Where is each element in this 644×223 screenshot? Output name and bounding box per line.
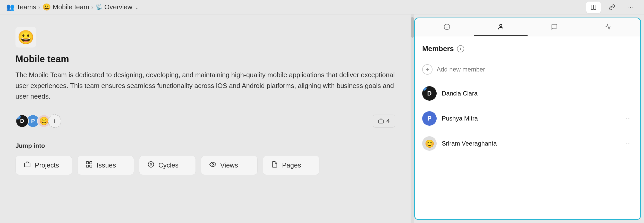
projects-card-label: Projects	[35, 161, 59, 169]
member-row-pushya: P Pushya Mitra ···	[422, 106, 633, 131]
views-card-icon	[209, 161, 216, 170]
activity-tab-icon	[605, 23, 612, 30]
member-name-dancia: Dancia Clara	[442, 90, 633, 97]
teams-icon: 👥	[6, 3, 14, 11]
members-tab-icon	[497, 23, 504, 30]
link-button[interactable]	[605, 2, 619, 13]
member-name-sriram: Sriram Veeraghanta	[442, 140, 618, 147]
jump-card-projects[interactable]: Projects	[15, 156, 72, 175]
member-avatar-sriram: 😊	[422, 136, 437, 151]
team-content: 😀 Mobile team The Mobile Team is dedicat…	[0, 14, 411, 223]
add-member-avatar-button[interactable]: +	[48, 114, 61, 128]
add-plus-icon: +	[422, 64, 433, 75]
members-info-icon[interactable]: i	[457, 45, 464, 52]
main-area: 😀 Mobile team The Mobile Team is dedicat…	[0, 14, 644, 223]
projects-badge[interactable]: 4	[373, 115, 395, 128]
members-title: Members	[422, 45, 454, 53]
avatar-dancia[interactable]: D D	[15, 114, 29, 128]
svg-rect-0	[591, 5, 593, 10]
views-card-label: Views	[220, 161, 238, 169]
breadcrumb-mobile-team[interactable]: 😀 Mobile team	[43, 3, 89, 11]
teams-label: Teams	[16, 3, 36, 11]
jump-cards: Projects Issues	[15, 156, 395, 175]
topbar-actions: ···	[586, 2, 638, 13]
team-header: 😀	[15, 27, 395, 47]
chevron-down-icon: ⌄	[134, 4, 139, 10]
svg-rect-3	[24, 163, 30, 167]
avatar-d-badge: D	[15, 114, 21, 120]
add-member-label: Add new member	[437, 66, 485, 73]
svg-point-8	[148, 162, 154, 167]
more-options-button[interactable]: ···	[623, 2, 638, 13]
avatars-group: D D P 😊 +	[15, 114, 61, 128]
issues-card-label: Issues	[97, 161, 116, 169]
svg-rect-6	[86, 165, 89, 167]
member-more-pushya[interactable]: ···	[624, 114, 633, 123]
cycles-card-label: Cycles	[158, 161, 179, 169]
svg-rect-7	[90, 165, 92, 167]
projects-count: 4	[386, 117, 390, 125]
add-member-row[interactable]: + Add new member	[422, 60, 633, 79]
topbar: 👥 Teams › 😀 Mobile team › 📡 Overview ⌄	[0, 0, 644, 14]
breadcrumb-current[interactable]: 📡 Overview ⌄	[95, 3, 139, 11]
pages-card-label: Pages	[282, 161, 301, 169]
issues-card-icon	[86, 161, 92, 170]
members-header: Members i	[422, 45, 633, 53]
briefcase-icon	[378, 118, 384, 124]
jump-card-pages[interactable]: Pages	[263, 156, 319, 175]
svg-rect-4	[86, 162, 89, 164]
dancia-badge: D	[422, 86, 427, 91]
comments-tab-icon	[551, 23, 558, 30]
member-avatar-dancia: D D	[422, 86, 437, 101]
member-name-pushya: Pushya Mitra	[442, 115, 618, 122]
projects-card-icon	[24, 161, 31, 170]
breadcrumb-sep-2: ›	[91, 4, 93, 11]
tab-activity[interactable]	[581, 18, 635, 36]
member-avatar-pushya: P	[422, 111, 437, 126]
team-description: The Mobile Team is dedicated to designin…	[15, 70, 395, 102]
member-row-sriram: 😊 Sriram Veeraghanta ···	[422, 131, 633, 156]
panel-body: Members i + Add new member D D Dancia Cl…	[415, 36, 640, 219]
cycles-card-icon	[148, 161, 154, 170]
svg-point-9	[150, 164, 152, 165]
overview-label: Overview	[104, 3, 132, 11]
breadcrumb-sep-1: ›	[38, 4, 40, 11]
mobile-team-emoji-icon: 😀	[43, 3, 51, 11]
svg-point-10	[212, 164, 214, 165]
svg-rect-1	[594, 5, 596, 10]
panel-tabs	[415, 18, 640, 36]
svg-rect-2	[378, 120, 383, 123]
ellipsis-icon: ···	[628, 4, 633, 11]
member-more-sriram[interactable]: ···	[624, 139, 633, 148]
team-emoji: 😀	[15, 27, 36, 47]
breadcrumb-teams[interactable]: 👥 Teams	[6, 3, 36, 11]
tab-members[interactable]	[474, 18, 528, 36]
team-name: Mobile team	[15, 54, 395, 65]
jump-into-label: Jump into	[15, 142, 395, 149]
tab-comments[interactable]	[528, 18, 581, 36]
pages-card-icon	[271, 161, 278, 170]
breadcrumb: 👥 Teams › 😀 Mobile team › 📡 Overview ⌄	[6, 3, 139, 11]
jump-card-issues[interactable]: Issues	[77, 156, 134, 175]
scrollbar[interactable]	[411, 14, 414, 223]
jump-card-cycles[interactable]: Cycles	[139, 156, 196, 175]
tab-info[interactable]	[420, 18, 474, 36]
svg-point-14	[499, 24, 502, 27]
info-tab-icon	[444, 23, 450, 30]
avatars-row: D D P 😊 + 4	[15, 114, 395, 128]
layout-toggle-button[interactable]	[586, 2, 601, 13]
jump-card-views[interactable]: Views	[201, 156, 258, 175]
scrollbar-thumb	[411, 17, 414, 38]
broadcast-icon: 📡	[95, 4, 102, 11]
mobile-team-label: Mobile team	[53, 3, 89, 11]
right-panel: Members i + Add new member D D Dancia Cl…	[414, 18, 641, 220]
member-row-dancia: D D Dancia Clara	[422, 81, 633, 106]
svg-rect-5	[90, 162, 92, 164]
